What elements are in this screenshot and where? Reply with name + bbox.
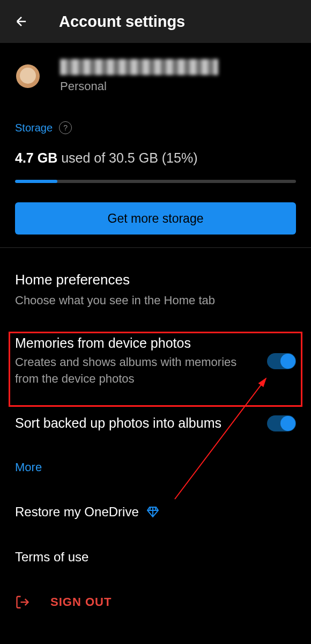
memories-description: Creates and shows albums with memories f… (15, 354, 258, 387)
back-arrow-icon (14, 14, 29, 29)
get-more-storage-button[interactable]: Get more storage (15, 202, 296, 235)
account-type-label: Personal (60, 79, 218, 93)
memories-title: Memories from device photos (15, 335, 258, 351)
storage-header: Storage ? (15, 121, 296, 134)
restore-onedrive-row[interactable]: Restore my OneDrive (0, 489, 311, 535)
storage-section: Storage ? 4.7 GB used of 30.5 GB (15%) G… (0, 121, 311, 235)
sign-out-label: SIGN OUT (50, 595, 112, 609)
back-button[interactable] (11, 11, 32, 32)
preferences-subtitle: Choose what you see in the Home tab (15, 294, 296, 308)
profile-email-redacted (60, 59, 218, 75)
storage-usage-text: 4.7 GB used of 30.5 GB (15%) (15, 150, 296, 166)
sort-setting-text: Sort backed up photos into albums (15, 415, 258, 431)
storage-progress-bar (15, 180, 296, 183)
premium-diamond-icon (146, 506, 159, 518)
toggle-knob (280, 354, 295, 369)
terms-of-use-row[interactable]: Terms of use (0, 535, 311, 580)
preferences-title: Home preferences (15, 272, 296, 288)
sort-photos-setting-row[interactable]: Sort backed up photos into albums (0, 401, 311, 445)
storage-progress-fill (15, 180, 57, 183)
restore-label: Restore my OneDrive (15, 504, 139, 519)
profile-info: Personal (60, 59, 218, 93)
memories-setting-text: Memories from device photos Creates and … (15, 335, 258, 387)
page-title: Account settings (59, 13, 185, 31)
toggle-knob (280, 416, 295, 431)
memories-setting-row[interactable]: Memories from device photos Creates and … (0, 321, 311, 401)
storage-used-amount: 4.7 GB (15, 150, 57, 165)
sort-toggle[interactable] (267, 415, 296, 431)
header-bar: Account settings (0, 0, 311, 43)
sort-title: Sort backed up photos into albums (15, 415, 258, 431)
home-preferences-section[interactable]: Home preferences Choose what you see in … (0, 248, 311, 308)
storage-label[interactable]: Storage (15, 122, 53, 134)
memories-toggle[interactable] (267, 353, 296, 369)
avatar[interactable] (16, 64, 40, 88)
help-icon[interactable]: ? (59, 121, 72, 134)
sign-out-icon (15, 595, 30, 610)
profile-section: Personal (0, 43, 311, 104)
more-link[interactable]: More (0, 445, 311, 489)
storage-total-text: used of 30.5 GB (15%) (61, 150, 197, 165)
sign-out-row[interactable]: SIGN OUT (0, 580, 311, 625)
